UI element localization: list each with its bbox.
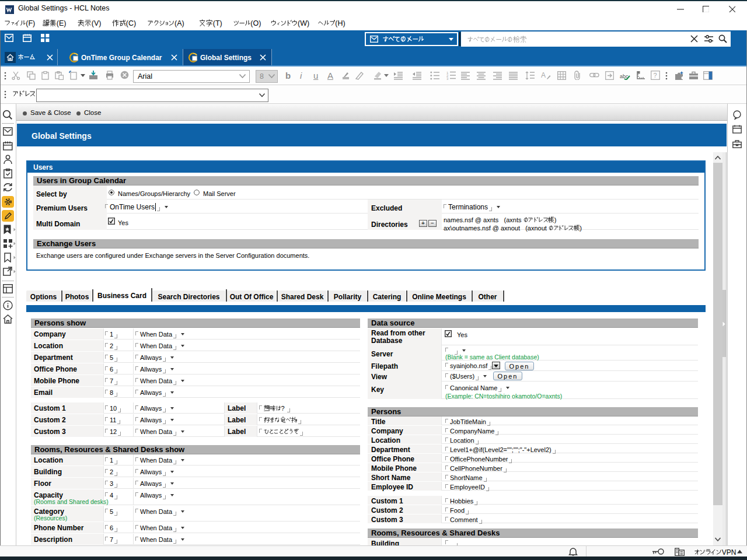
svg-text:3: 3	[446, 77, 449, 80]
svg-text:A: A	[541, 71, 546, 79]
svg-text:?: ?	[654, 72, 657, 79]
